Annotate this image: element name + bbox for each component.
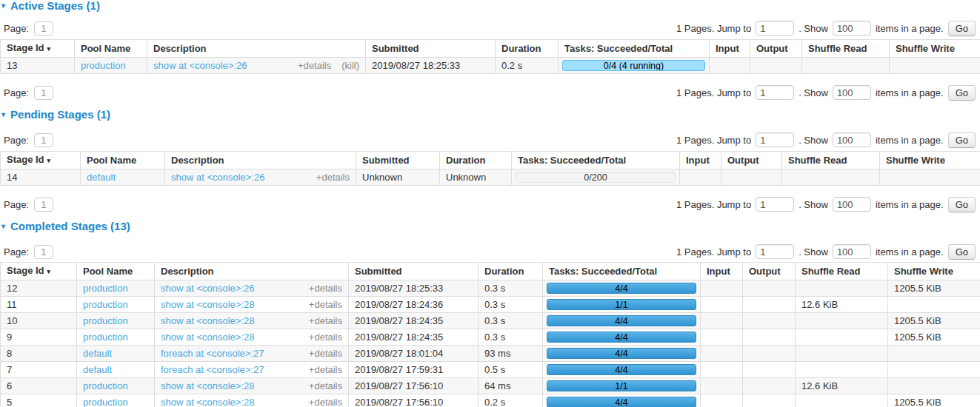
section-header-active-stages[interactable]: ▾ Active Stages (1) bbox=[1, 0, 980, 12]
column-header-output[interactable]: Output bbox=[721, 152, 782, 169]
description-link[interactable]: show at <console>:26 bbox=[161, 283, 254, 294]
column-header-description[interactable]: Description bbox=[147, 40, 366, 58]
section-header-completed-stages[interactable]: ▾ Completed Stages (13) bbox=[1, 221, 980, 232]
go-button[interactable]: Go bbox=[948, 197, 976, 212]
page-number-box[interactable]: 1 bbox=[34, 198, 53, 212]
column-header-shuffle-read[interactable]: Shuffle Read bbox=[796, 263, 888, 280]
pool-name-link[interactable]: production bbox=[81, 60, 126, 71]
pages-count-text: 1 Pages. Jump to bbox=[676, 135, 751, 146]
column-header-shuffle-write[interactable]: Shuffle Write bbox=[880, 152, 980, 169]
details-link[interactable]: +details bbox=[309, 315, 342, 326]
table-header-row: Stage Id▾Pool NameDescriptionSubmittedDu… bbox=[1, 152, 980, 169]
description-link[interactable]: foreach at <console>:27 bbox=[161, 348, 264, 359]
go-button[interactable]: Go bbox=[948, 244, 976, 260]
details-link[interactable]: +details bbox=[309, 380, 342, 391]
details-link[interactable]: +details bbox=[309, 348, 342, 359]
jump-to-page-input[interactable] bbox=[756, 244, 794, 259]
output-cell bbox=[743, 394, 796, 407]
description-link[interactable]: show at <console>:28 bbox=[161, 299, 254, 310]
input-cell bbox=[710, 58, 750, 74]
shuffle-read-cell: 12.6 KiB bbox=[796, 297, 888, 313]
section-header-pending-stages[interactable]: ▾ Pending Stages (1) bbox=[1, 109, 980, 121]
pool-name-link[interactable]: production bbox=[83, 315, 128, 326]
details-link[interactable]: +details bbox=[309, 364, 342, 375]
column-header-duration[interactable]: Duration bbox=[479, 263, 543, 280]
page-number-box[interactable]: 1 bbox=[34, 21, 53, 36]
page-label: Page: bbox=[4, 246, 29, 258]
stage-id-cell: 10 bbox=[1, 313, 77, 329]
page-label: Page: bbox=[4, 87, 29, 98]
page-label: Page: bbox=[4, 23, 29, 34]
kill-link[interactable]: (kill) bbox=[341, 60, 359, 71]
page-size-input[interactable] bbox=[833, 244, 871, 259]
column-header-submitted[interactable]: Submitted bbox=[349, 263, 479, 280]
description-link[interactable]: foreach at <console>:27 bbox=[161, 364, 264, 375]
pool-name-cell: production bbox=[77, 394, 155, 407]
column-header-input[interactable]: Input bbox=[680, 152, 721, 169]
details-link[interactable]: +details bbox=[309, 397, 342, 407]
description-link[interactable]: show at <console>:28 bbox=[161, 397, 254, 407]
go-button[interactable]: Go bbox=[948, 85, 976, 101]
details-link[interactable]: +details bbox=[309, 283, 342, 294]
column-header-description[interactable]: Description bbox=[165, 152, 356, 169]
submitted-cell: 2019/08/27 18:25:33 bbox=[366, 58, 496, 74]
pool-name-link[interactable]: default bbox=[87, 172, 116, 183]
details-link[interactable]: +details bbox=[316, 172, 350, 183]
description-link[interactable]: show at <console>:28 bbox=[161, 380, 254, 391]
column-header-pool-name[interactable]: Pool Name bbox=[77, 263, 155, 280]
column-header-duration[interactable]: Duration bbox=[440, 152, 512, 169]
page-size-input[interactable] bbox=[833, 21, 871, 36]
column-header-stage-id[interactable]: Stage Id▾ bbox=[1, 152, 81, 169]
pool-name-link[interactable]: production bbox=[83, 397, 128, 407]
column-header-input[interactable]: Input bbox=[701, 263, 743, 280]
page-number-box[interactable]: 1 bbox=[34, 245, 53, 259]
jump-to-page-input[interactable] bbox=[756, 132, 794, 147]
pool-name-link[interactable]: production bbox=[83, 299, 128, 310]
column-header-output[interactable]: Output bbox=[743, 263, 796, 280]
column-header-pool-name[interactable]: Pool Name bbox=[75, 40, 147, 58]
column-header-submitted[interactable]: Submitted bbox=[356, 152, 440, 169]
description-link[interactable]: show at <console>:28 bbox=[161, 315, 254, 326]
page-number-box[interactable]: 1 bbox=[34, 86, 53, 100]
column-header-pool-name[interactable]: Pool Name bbox=[81, 152, 165, 169]
column-header-shuffle-read[interactable]: Shuffle Read bbox=[802, 40, 890, 58]
column-header-duration[interactable]: Duration bbox=[496, 40, 559, 58]
column-header-output[interactable]: Output bbox=[750, 40, 802, 58]
pool-name-link[interactable]: default bbox=[83, 348, 112, 359]
page-size-input[interactable] bbox=[833, 132, 871, 147]
column-header-shuffle-write[interactable]: Shuffle Write bbox=[890, 40, 980, 58]
pool-name-link[interactable]: default bbox=[83, 364, 112, 375]
pool-name-link[interactable]: production bbox=[83, 380, 128, 391]
description-link[interactable]: show at <console>:26 bbox=[153, 60, 247, 71]
column-header-stage-id[interactable]: Stage Id▾ bbox=[1, 40, 75, 58]
page-size-input[interactable] bbox=[833, 197, 871, 212]
go-button[interactable]: Go bbox=[948, 132, 976, 148]
description-link[interactable]: show at <console>:26 bbox=[171, 172, 264, 183]
page-size-input[interactable] bbox=[833, 85, 871, 100]
pool-name-link[interactable]: production bbox=[83, 283, 128, 294]
description-link[interactable]: show at <console>:28 bbox=[161, 332, 254, 343]
go-button[interactable]: Go bbox=[948, 21, 976, 36]
column-header-tasks-succeeded-total[interactable]: Tasks: Succeeded/Total bbox=[543, 263, 701, 280]
details-link[interactable]: +details bbox=[309, 332, 342, 343]
tasks-progress-bar: 0/4 (4 running) bbox=[562, 60, 705, 71]
jump-to-page-input[interactable] bbox=[756, 85, 794, 100]
description-content: show at <console>:28+details bbox=[161, 299, 342, 310]
jump-to-page-input[interactable] bbox=[756, 21, 794, 36]
column-header-submitted[interactable]: Submitted bbox=[366, 40, 496, 58]
tasks-cell: 4/4 bbox=[543, 329, 701, 346]
column-header-input[interactable]: Input bbox=[710, 40, 750, 58]
page-number-box[interactable]: 1 bbox=[34, 133, 53, 147]
column-header-tasks-succeeded-total[interactable]: Tasks: Succeeded/Total bbox=[559, 40, 710, 58]
jump-to-page-input[interactable] bbox=[756, 197, 794, 212]
details-link[interactable]: +details bbox=[309, 299, 342, 310]
column-header-description[interactable]: Description bbox=[155, 263, 349, 280]
details-link[interactable]: +details bbox=[298, 60, 331, 71]
show-label: . Show bbox=[799, 135, 828, 146]
column-header-stage-id[interactable]: Stage Id▾ bbox=[1, 263, 77, 280]
shuffle-write-cell: 1205.5 KiB bbox=[888, 313, 980, 329]
column-header-shuffle-read[interactable]: Shuffle Read bbox=[782, 152, 880, 169]
pool-name-link[interactable]: production bbox=[83, 332, 128, 343]
column-header-tasks-succeeded-total[interactable]: Tasks: Succeeded/Total bbox=[512, 152, 680, 169]
column-header-shuffle-write[interactable]: Shuffle Write bbox=[888, 263, 980, 280]
